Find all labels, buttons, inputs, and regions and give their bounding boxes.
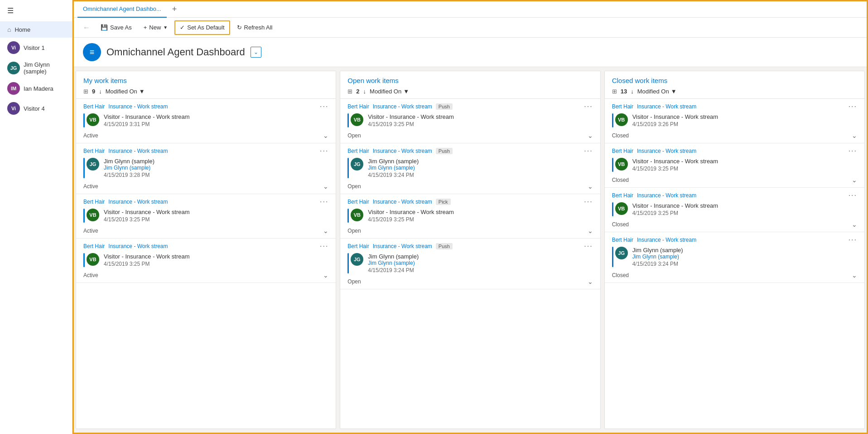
card-name-link[interactable]: Jim Glynn (sample) [368, 165, 419, 171]
card-expand-button[interactable]: ⌄ [588, 227, 593, 234]
card-more-button[interactable]: ··· [320, 198, 328, 206]
card-inner: VB Visitor - Insurance - Work stream 4/1… [83, 113, 328, 127]
card-more-button[interactable]: ··· [849, 191, 857, 200]
save-as-button[interactable]: 💾 Save As [96, 20, 137, 35]
card-expand-button[interactable]: ⌄ [588, 278, 593, 285]
sidebar-item-home[interactable]: ⌂ Home [0, 21, 72, 38]
new-button[interactable]: + New ▼ [139, 20, 173, 35]
card-footer: Active ⌄ [83, 181, 328, 190]
card-agent[interactable]: Bert Hair [83, 199, 105, 205]
card-date: 4/15/2019 3:26 PM [632, 121, 719, 127]
card-name-link[interactable]: Jim Glynn (sample) [368, 260, 419, 266]
card-more-button[interactable]: ··· [849, 102, 857, 111]
work-card[interactable]: Bert Hair Insurance - Work stream ··· VB… [76, 239, 336, 283]
card-stream[interactable]: Insurance - Work stream [108, 199, 168, 205]
dashboard-header: ≡ Omnichannel Agent Dashboard ⌄ [74, 38, 867, 67]
set-as-default-button[interactable]: ✓ Set As Default [174, 20, 230, 35]
card-agent[interactable]: Bert Hair [612, 192, 633, 199]
dashboard-dropdown-button[interactable]: ⌄ [251, 47, 261, 58]
work-card[interactable]: Bert Hair Insurance - Work stream ··· VB… [76, 194, 336, 239]
sidebar-contact-jimglynn[interactable]: JG Jim Glynn (sample) [0, 58, 72, 78]
open-work-sort-control[interactable]: Modified On ▼ [370, 88, 409, 95]
work-card[interactable]: Bert Hair Insurance - Work stream ··· VB… [605, 143, 864, 188]
card-agent[interactable]: Bert Hair [347, 199, 369, 205]
card-more-button[interactable]: ··· [584, 147, 593, 155]
card-more-button[interactable]: ··· [320, 147, 328, 155]
card-expand-button[interactable]: ⌄ [323, 227, 328, 234]
card-status: Closed [612, 177, 629, 183]
card-stream[interactable]: Insurance - Work stream [108, 148, 168, 154]
work-card[interactable]: Bert Hair Insurance - Work stream ··· VB… [605, 99, 864, 143]
card-header-left: Bert Hair Insurance - Work stream [612, 192, 697, 199]
work-card[interactable]: Bert Hair Insurance - Work stream Push ·… [340, 239, 600, 289]
card-stream[interactable]: Insurance - Work stream [108, 243, 168, 249]
card-agent[interactable]: Bert Hair [347, 103, 369, 110]
card-stream[interactable]: Insurance - Work stream [373, 199, 432, 205]
refresh-all-button[interactable]: ↻ Refresh All [232, 20, 278, 35]
back-button[interactable]: ← [79, 22, 94, 34]
card-agent[interactable]: Bert Hair [612, 237, 633, 243]
card-left-bar [83, 158, 85, 178]
sidebar-contact-visitor1[interactable]: Vi Visitor 1 [0, 38, 72, 58]
work-card[interactable]: Bert Hair Insurance - Work stream Push ·… [340, 99, 600, 143]
card-info: Visitor - Insurance - Work stream 4/15/2… [632, 202, 719, 216]
card-expand-button[interactable]: ⌄ [588, 183, 593, 190]
tab-add-button[interactable]: + [169, 5, 181, 14]
card-agent[interactable]: Bert Hair [612, 103, 633, 110]
card-stream[interactable]: Insurance - Work stream [108, 103, 168, 110]
card-name: Visitor - Insurance - Work stream [632, 113, 719, 120]
closed-work-sort-control[interactable]: Modified On ▼ [637, 88, 677, 95]
card-more-button[interactable]: ··· [584, 102, 593, 111]
card-header: Bert Hair Insurance - Work stream ··· [83, 147, 328, 155]
card-name-link[interactable]: Jim Glynn (sample) [632, 254, 683, 260]
card-avatar: JG [615, 247, 628, 259]
card-stream[interactable]: Insurance - Work stream [373, 148, 432, 154]
card-agent[interactable]: Bert Hair [612, 148, 633, 154]
card-expand-button[interactable]: ⌄ [852, 221, 857, 228]
card-agent[interactable]: Bert Hair [83, 148, 105, 154]
card-avatar: VB [351, 209, 363, 221]
card-stream[interactable]: Insurance - Work stream [637, 237, 696, 243]
card-expand-button[interactable]: ⌄ [323, 132, 328, 139]
card-more-button[interactable]: ··· [320, 102, 328, 111]
card-expand-button[interactable]: ⌄ [852, 272, 857, 279]
card-stream[interactable]: Insurance - Work stream [637, 192, 696, 199]
card-expand-button[interactable]: ⌄ [323, 272, 328, 279]
sidebar-contact-ianmadera[interactable]: IM Ian Madera [0, 78, 72, 98]
dashboard-icon-symbol: ≡ [90, 48, 95, 57]
card-more-button[interactable]: ··· [584, 242, 593, 250]
avatar-ianmadera: IM [7, 82, 20, 95]
card-stream[interactable]: Insurance - Work stream [637, 148, 696, 154]
card-body: VB Visitor - Insurance - Work stream 4/1… [351, 113, 454, 127]
my-work-title: My work items [83, 77, 328, 84]
card-name-link[interactable]: Jim Glynn (sample) [104, 165, 154, 171]
card-footer: Closed ⌄ [612, 270, 857, 279]
card-expand-button[interactable]: ⌄ [588, 132, 593, 139]
card-expand-button[interactable]: ⌄ [852, 132, 857, 139]
hamburger-menu[interactable]: ☰ [0, 0, 72, 21]
sidebar-contact-visitor4[interactable]: Vi Visitor 4 [0, 98, 72, 118]
card-agent[interactable]: Bert Hair [83, 103, 105, 110]
work-card[interactable]: Bert Hair Insurance - Work stream ··· JG… [76, 143, 336, 194]
work-card[interactable]: Bert Hair Insurance - Work stream ··· JG… [605, 232, 864, 283]
work-card[interactable]: Bert Hair Insurance - Work stream ··· VB… [605, 188, 864, 232]
card-agent[interactable]: Bert Hair [347, 243, 369, 249]
card-more-button[interactable]: ··· [584, 198, 593, 206]
work-card[interactable]: Bert Hair Insurance - Work stream ··· VB… [76, 99, 336, 143]
work-card[interactable]: Bert Hair Insurance - Work stream Pick ·… [340, 194, 600, 239]
card-more-button[interactable]: ··· [849, 147, 857, 155]
tab-dashboard[interactable]: Omnichannel Agent Dashbo... [77, 1, 167, 18]
card-expand-button[interactable]: ⌄ [852, 176, 857, 184]
card-agent[interactable]: Bert Hair [83, 243, 105, 249]
card-left-bar [347, 253, 349, 273]
my-work-controls: ⊞ 9 ↓ Modified On ▼ [83, 88, 328, 95]
card-more-button[interactable]: ··· [320, 242, 328, 250]
card-stream[interactable]: Insurance - Work stream [637, 103, 696, 110]
card-agent[interactable]: Bert Hair [347, 148, 369, 154]
card-expand-button[interactable]: ⌄ [323, 183, 328, 190]
work-card[interactable]: Bert Hair Insurance - Work stream Push ·… [340, 143, 600, 194]
my-work-sort-control[interactable]: Modified On ▼ [106, 88, 145, 95]
card-stream[interactable]: Insurance - Work stream [373, 103, 432, 110]
card-more-button[interactable]: ··· [849, 236, 857, 244]
card-stream[interactable]: Insurance - Work stream [373, 243, 432, 249]
